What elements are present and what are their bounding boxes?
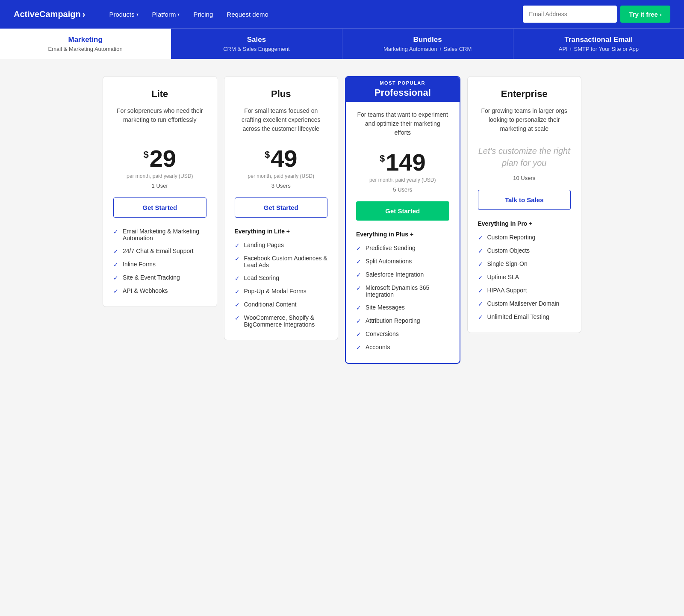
pro-price-dollar: $	[380, 153, 385, 164]
check-icon: ✓	[356, 318, 361, 324]
check-icon: ✓	[478, 274, 483, 281]
pro-includes-label: Everything in Plus +	[356, 231, 449, 238]
nav-platform[interactable]: Platform ▾	[147, 7, 185, 21]
lite-plan-name: Lite	[113, 88, 206, 100]
plus-get-started-button[interactable]: Get Started	[235, 197, 328, 218]
list-item: ✓Email Marketing & Marketing Automation	[113, 228, 206, 242]
list-item: ✓WooCommerce, Shopify & BigCommerce Inte…	[235, 314, 328, 328]
brand-arrow: ›	[83, 9, 86, 19]
list-item: ✓Lead Scoring	[235, 274, 328, 282]
lite-price-amount: 29	[150, 147, 176, 171]
check-icon: ✓	[478, 301, 483, 307]
check-icon: ✓	[356, 304, 361, 311]
tab-sales-title: Sales	[180, 35, 333, 44]
list-item: ✓Custom Objects	[478, 247, 571, 254]
list-item: ✓Facebook Custom Audiences & Lead Ads	[235, 255, 328, 268]
products-chevron-icon: ▾	[136, 12, 139, 17]
list-item: ✓Uptime SLA	[478, 274, 571, 281]
check-icon: ✓	[235, 255, 240, 262]
tab-marketing-sub: Email & Marketing Automation	[9, 46, 162, 52]
tab-marketing[interactable]: Marketing Email & Marketing Automation	[0, 29, 171, 59]
check-icon: ✓	[113, 228, 118, 235]
check-icon: ✓	[356, 344, 361, 351]
check-icon: ✓	[235, 288, 240, 295]
plus-includes-label: Everything in Lite +	[235, 228, 328, 235]
list-item: ✓Split Automations	[356, 258, 449, 265]
tab-sales[interactable]: Sales CRM & Sales Engagement	[171, 29, 342, 59]
list-item: ✓Custom Reporting	[478, 234, 571, 241]
email-input[interactable]	[523, 6, 617, 23]
nav-products[interactable]: Products ▾	[104, 7, 143, 21]
enterprise-features: ✓Custom Reporting ✓Custom Objects ✓Singl…	[478, 234, 571, 321]
navbar: ActiveCampaign › Products ▾ Platform ▾ P…	[0, 0, 684, 28]
platform-chevron-icon: ▾	[177, 12, 180, 17]
list-item: ✓Unlimited Email Testing	[478, 313, 571, 321]
pro-features: ✓Predictive Sending ✓Split Automations ✓…	[356, 245, 449, 351]
check-icon: ✓	[356, 285, 361, 292]
pro-price-amount: 149	[386, 150, 425, 174]
plan-plus: Plus For small teams focused on crafting…	[224, 76, 339, 340]
lite-price: $ 29	[113, 147, 206, 171]
lite-plan-desc: For solopreneurs who need their marketin…	[113, 106, 206, 136]
tab-marketing-title: Marketing	[9, 35, 162, 44]
check-icon: ✓	[356, 245, 361, 252]
professional-badge-name: Professional	[349, 87, 456, 98]
check-icon: ✓	[478, 261, 483, 268]
list-item: ✓Single Sign-On	[478, 260, 571, 268]
nav-pricing[interactable]: Pricing	[188, 7, 218, 21]
check-icon: ✓	[356, 271, 361, 278]
brand-name: ActiveCampaign	[14, 9, 81, 19]
check-icon: ✓	[113, 288, 118, 295]
enterprise-users: 10 Users	[478, 175, 571, 181]
lite-price-area: $ 29 per month, paid yearly (USD)	[113, 147, 206, 179]
list-item: ✓Pop-Up & Modal Forms	[235, 288, 328, 295]
tab-transactional[interactable]: Transactional Email API + SMTP for Your …	[513, 29, 684, 59]
tab-transactional-sub: API + SMTP for Your Site or App	[522, 46, 675, 52]
plan-enterprise: Enterprise For growing teams in larger o…	[467, 76, 582, 333]
check-icon: ✓	[113, 248, 118, 255]
pro-price: $ 149	[356, 150, 449, 174]
pro-get-started-button[interactable]: Get Started	[356, 201, 449, 221]
list-item: ✓Conditional Content	[235, 301, 328, 308]
list-item: ✓Site & Event Tracking	[113, 274, 206, 281]
check-icon: ✓	[235, 301, 240, 308]
plan-lite: Lite For solopreneurs who need their mar…	[103, 76, 217, 307]
lite-price-period: per month, paid yearly (USD)	[113, 173, 206, 179]
list-item: ✓Conversions	[356, 330, 449, 338]
list-item: ✓HIPAA Support	[478, 287, 571, 294]
plus-price-amount: 49	[271, 147, 297, 171]
plus-features: ✓Landing Pages ✓Facebook Custom Audience…	[235, 242, 328, 328]
check-icon: ✓	[113, 261, 118, 268]
pro-price-period: per month, paid yearly (USD)	[356, 177, 449, 183]
pro-price-area: $ 149 per month, paid yearly (USD)	[356, 150, 449, 183]
try-free-button[interactable]: Try it free ›	[620, 6, 670, 23]
tab-bundles-sub: Marketing Automation + Sales CRM	[351, 46, 504, 52]
enterprise-talk-sales-button[interactable]: Talk to Sales	[478, 190, 571, 210]
enterprise-custom-label: Let's customize the right plan for you	[478, 136, 571, 173]
plus-price: $ 49	[235, 147, 328, 171]
enterprise-plan-desc: For growing teams in larger orgs looking…	[478, 106, 571, 136]
list-item: ✓Custom Mailserver Domain	[478, 300, 571, 307]
tab-transactional-title: Transactional Email	[522, 35, 675, 44]
nav-request-demo[interactable]: Request demo	[221, 7, 274, 21]
list-item: ✓Microsoft Dynamics 365 Integration	[356, 284, 449, 298]
check-icon: ✓	[478, 314, 483, 321]
pro-users: 5 Users	[356, 186, 449, 193]
most-popular-label: MOST POPULAR	[349, 80, 456, 85]
plus-price-area: $ 49 per month, paid yearly (USD)	[235, 147, 328, 179]
list-item: ✓Inline Forms	[113, 261, 206, 268]
pro-plan-desc: For teams that want to experiment and op…	[356, 110, 449, 140]
check-icon: ✓	[478, 248, 483, 254]
plus-price-period: per month, paid yearly (USD)	[235, 173, 328, 179]
tab-bundles[interactable]: Bundles Marketing Automation + Sales CRM	[342, 29, 513, 59]
list-item: ✓Landing Pages	[235, 242, 328, 249]
list-item: ✓Site Messages	[356, 304, 449, 311]
plus-plan-name: Plus	[235, 88, 328, 100]
most-popular-badge: MOST POPULAR Professional	[346, 77, 460, 102]
nav-links: Products ▾ Platform ▾ Pricing Request de…	[104, 6, 670, 23]
brand-logo[interactable]: ActiveCampaign ›	[14, 9, 85, 19]
enterprise-plan-name: Enterprise	[478, 88, 571, 100]
lite-get-started-button[interactable]: Get Started	[113, 197, 206, 218]
plus-plan-desc: For small teams focused on crafting exce…	[235, 106, 328, 136]
lite-users: 1 User	[113, 183, 206, 189]
